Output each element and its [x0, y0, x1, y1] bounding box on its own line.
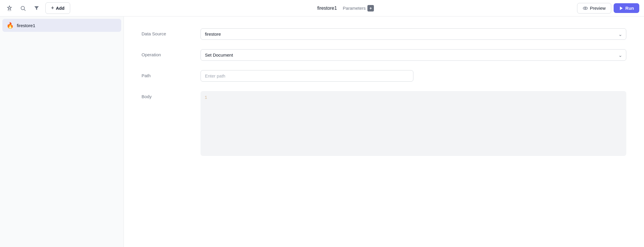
pin-icon-button[interactable] [5, 4, 14, 13]
body-code-content[interactable] [213, 95, 622, 152]
svg-point-4 [585, 7, 586, 9]
svg-marker-5 [620, 6, 622, 10]
path-row: Path [142, 70, 626, 82]
header-right: Preview Run [563, 3, 639, 14]
parameters-button[interactable]: Parameters + [343, 5, 374, 11]
operation-row: Operation Set Document ⌄ [142, 49, 626, 61]
add-button[interactable]: + Add [45, 2, 70, 14]
line-number: 1 [205, 95, 207, 152]
header-left: + Add [5, 2, 129, 14]
path-input[interactable] [201, 70, 413, 82]
data-source-label: Data Source [142, 28, 189, 36]
parameters-plus-icon: + [367, 5, 374, 11]
header-title: firestore1 [317, 6, 337, 11]
data-source-control: firestore ⌄ [201, 28, 626, 40]
body-row: Body 1 [142, 91, 626, 156]
header-center: firestore1 Parameters + [132, 5, 559, 11]
body-label: Body [142, 91, 189, 99]
header: + Add firestore1 Parameters + Preview Ru… [0, 0, 644, 17]
body-control: 1 [201, 91, 626, 156]
svg-line-2 [24, 9, 26, 11]
operation-label: Operation [142, 49, 189, 57]
add-label: Add [56, 6, 65, 11]
add-plus-icon: + [51, 5, 54, 11]
filter-icon-button[interactable] [32, 4, 41, 13]
sidebar-item-label: firestore1 [17, 23, 35, 28]
form-section: Data Source firestore ⌄ Operation Set Do… [142, 28, 626, 156]
data-source-row: Data Source firestore ⌄ [142, 28, 626, 40]
svg-point-1 [21, 6, 24, 10]
run-play-icon [619, 6, 624, 11]
operation-select[interactable]: Set Document [201, 49, 626, 61]
main-layout: 🔥 firestore1 Data Source firestore ⌄ Ope… [0, 17, 644, 247]
firestore-icon: 🔥 [6, 22, 14, 29]
path-label: Path [142, 70, 189, 78]
run-button[interactable]: Run [614, 3, 639, 13]
svg-point-3 [583, 7, 588, 9]
run-label: Run [625, 6, 634, 11]
preview-icon [583, 6, 588, 11]
sidebar-item-firestore1[interactable]: 🔥 firestore1 [2, 19, 121, 32]
data-source-select[interactable]: firestore [201, 28, 626, 40]
sidebar: 🔥 firestore1 [0, 17, 124, 247]
operation-control: Set Document ⌄ [201, 49, 626, 61]
preview-label: Preview [590, 6, 605, 11]
parameters-label: Parameters [343, 6, 366, 11]
body-editor-container: 1 [201, 91, 626, 156]
preview-button[interactable]: Preview [577, 3, 611, 14]
search-icon-button[interactable] [18, 4, 28, 13]
path-control [201, 70, 626, 82]
content-area: Data Source firestore ⌄ Operation Set Do… [124, 17, 644, 247]
